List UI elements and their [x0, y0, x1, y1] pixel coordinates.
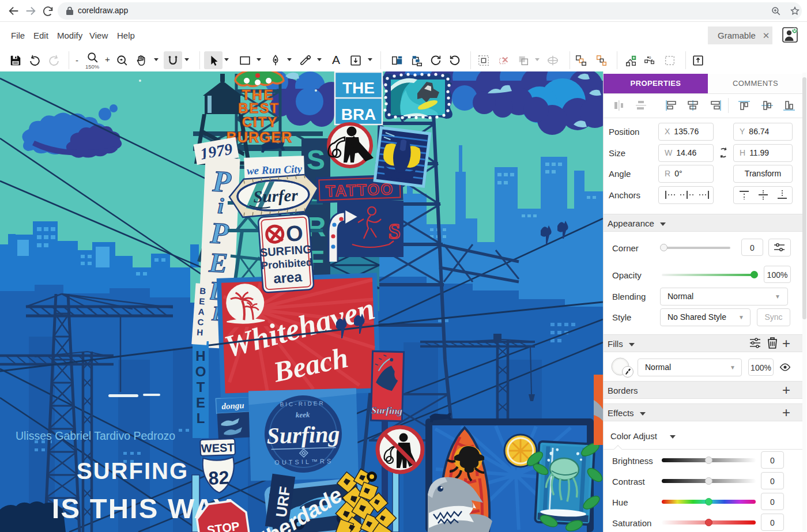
- svg-text:S: S: [388, 219, 400, 243]
- svg-text:dongu: dongu: [221, 401, 244, 411]
- svg-text:THE: THE: [342, 79, 375, 97]
- svg-text:keek: keek: [296, 410, 310, 420]
- svg-text:H: H: [197, 327, 203, 338]
- svg-text:S: S: [307, 145, 325, 175]
- svg-text:O: O: [195, 364, 206, 379]
- svg-text:L: L: [197, 410, 205, 426]
- svg-text:BEST: BEST: [238, 100, 280, 116]
- svg-text:SURFING: SURFING: [77, 458, 188, 484]
- svg-text:area: area: [273, 269, 303, 286]
- svg-text:A: A: [198, 307, 205, 317]
- svg-text:P: P: [212, 164, 232, 198]
- svg-text:B: B: [199, 286, 206, 296]
- svg-text:Surfing: Surfing: [266, 421, 340, 448]
- svg-text:TATTOO: TATTOO: [325, 180, 394, 200]
- svg-text:E: E: [196, 395, 205, 410]
- svg-text:we Run City: we Run City: [247, 163, 303, 176]
- svg-text:Ulisses Gabriel Tardivo Pedroz: Ulisses Gabriel Tardivo Pedrozo: [16, 429, 175, 442]
- svg-text:E: E: [199, 296, 205, 307]
- svg-text:C: C: [197, 317, 204, 327]
- svg-text:o: o: [649, 55, 651, 59]
- svg-text:WEST: WEST: [201, 441, 235, 455]
- svg-text:T: T: [197, 379, 205, 395]
- svg-text:P: P: [209, 216, 230, 250]
- svg-text:Surfing: Surfing: [371, 405, 403, 416]
- svg-text:82: 82: [208, 467, 229, 488]
- svg-text:CITY: CITY: [242, 114, 278, 130]
- svg-text:H: H: [195, 348, 205, 364]
- svg-text:BRA: BRA: [341, 105, 376, 123]
- svg-text:O: O: [285, 221, 304, 246]
- svg-text:Surfer: Surfer: [253, 186, 299, 206]
- svg-text:E: E: [208, 247, 228, 278]
- svg-text:BIC-RIDER: BIC-RIDER: [280, 400, 325, 408]
